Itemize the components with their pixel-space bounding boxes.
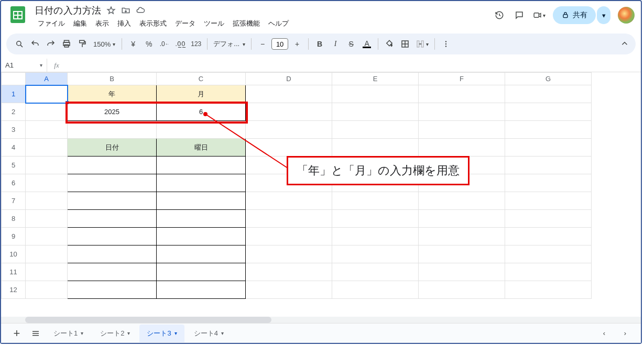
search-menus-icon[interactable] bbox=[13, 37, 26, 51]
cell-C4[interactable]: 曜日 bbox=[157, 139, 246, 157]
menu-file[interactable]: ファイル bbox=[35, 18, 68, 29]
cell-A4[interactable] bbox=[26, 139, 68, 157]
cell-F4[interactable] bbox=[419, 139, 505, 157]
spreadsheet-grid[interactable]: A B C D E F G 1年月22025634日付曜日56789101112 bbox=[1, 72, 592, 299]
formula-input[interactable] bbox=[66, 59, 641, 72]
cell-C11[interactable] bbox=[157, 263, 246, 281]
merge-cells-icon[interactable]: ▾ bbox=[414, 37, 430, 51]
strikethrough-icon[interactable]: S bbox=[344, 37, 358, 51]
cell-E12[interactable] bbox=[332, 281, 419, 299]
share-button[interactable]: 共有 bbox=[553, 6, 596, 24]
cell-G10[interactable] bbox=[505, 245, 592, 263]
cell-B10[interactable] bbox=[68, 245, 157, 263]
row-header-1[interactable]: 1 bbox=[2, 85, 26, 103]
cell-F12[interactable] bbox=[419, 281, 505, 299]
row-header-3[interactable]: 3 bbox=[2, 121, 26, 139]
cell-F2[interactable] bbox=[419, 103, 505, 121]
cell-D7[interactable] bbox=[246, 192, 332, 210]
cell-A10[interactable] bbox=[26, 245, 68, 263]
col-header-F[interactable]: F bbox=[419, 73, 505, 85]
name-box[interactable]: A1▾ bbox=[1, 59, 47, 72]
tab-sheet4[interactable]: シート4▾ bbox=[187, 325, 231, 342]
decrease-font-size[interactable]: − bbox=[256, 37, 269, 51]
cell-C9[interactable] bbox=[157, 228, 246, 245]
cell-C8[interactable] bbox=[157, 210, 246, 228]
account-avatar[interactable] bbox=[618, 7, 635, 24]
cell-B3[interactable] bbox=[68, 121, 157, 139]
row-header-9[interactable]: 9 bbox=[2, 228, 26, 245]
cell-F10[interactable] bbox=[419, 245, 505, 263]
cell-E3[interactable] bbox=[332, 121, 419, 139]
cell-G8[interactable] bbox=[505, 210, 592, 228]
print-icon[interactable] bbox=[60, 37, 73, 51]
decrease-decimal[interactable]: .0← bbox=[158, 37, 171, 51]
cell-D8[interactable] bbox=[246, 210, 332, 228]
menu-format[interactable]: 表示形式 bbox=[136, 18, 170, 29]
row-header-4[interactable]: 4 bbox=[2, 139, 26, 157]
cell-B11[interactable] bbox=[68, 263, 157, 281]
menu-extensions[interactable]: 拡張機能 bbox=[230, 18, 263, 29]
cloud-status-icon[interactable] bbox=[136, 6, 145, 15]
row-header-2[interactable]: 2 bbox=[2, 103, 26, 121]
cell-F7[interactable] bbox=[419, 192, 505, 210]
tab-sheet1[interactable]: シート1▾ bbox=[46, 325, 91, 342]
cell-A11[interactable] bbox=[26, 263, 68, 281]
col-header-D[interactable]: D bbox=[246, 73, 332, 85]
cell-E4[interactable] bbox=[332, 139, 419, 157]
text-color-icon[interactable]: A bbox=[360, 37, 374, 51]
menu-edit[interactable]: 編集 bbox=[70, 18, 90, 29]
cell-G4[interactable] bbox=[505, 139, 592, 157]
font-family-select[interactable]: デフォ...▾ bbox=[212, 37, 247, 51]
cell-A12[interactable] bbox=[26, 281, 68, 299]
cell-C5[interactable] bbox=[157, 157, 246, 174]
menu-tools[interactable]: ツール bbox=[201, 18, 227, 29]
tab-sheet2[interactable]: シート2▾ bbox=[93, 325, 137, 342]
cell-E10[interactable] bbox=[332, 245, 419, 263]
cell-A2[interactable] bbox=[26, 103, 68, 121]
more-formats[interactable]: 123 bbox=[189, 37, 203, 51]
cell-B7[interactable] bbox=[68, 192, 157, 210]
cell-C2[interactable]: 6 bbox=[157, 103, 246, 121]
row-header-8[interactable]: 8 bbox=[2, 210, 26, 228]
cell-D2[interactable] bbox=[246, 103, 332, 121]
col-header-B[interactable]: B bbox=[68, 73, 157, 85]
increase-decimal[interactable]: .0̲0̲ bbox=[173, 37, 187, 51]
cell-A3[interactable] bbox=[26, 121, 68, 139]
cell-B1[interactable]: 年 bbox=[68, 85, 157, 103]
more-toolbar-icon[interactable] bbox=[439, 37, 453, 51]
cell-B8[interactable] bbox=[68, 210, 157, 228]
row-header-5[interactable]: 5 bbox=[2, 157, 26, 174]
row-header-11[interactable]: 11 bbox=[2, 263, 26, 281]
col-header-C[interactable]: C bbox=[157, 73, 246, 85]
col-header-E[interactable]: E bbox=[332, 73, 419, 85]
cell-C7[interactable] bbox=[157, 192, 246, 210]
cell-A5[interactable] bbox=[26, 157, 68, 174]
col-header-A[interactable]: A bbox=[26, 73, 68, 85]
format-currency[interactable]: ¥ bbox=[126, 37, 140, 51]
cell-G3[interactable] bbox=[505, 121, 592, 139]
menu-data[interactable]: データ bbox=[172, 18, 199, 29]
row-header-12[interactable]: 12 bbox=[2, 281, 26, 299]
format-percent[interactable]: % bbox=[142, 37, 156, 51]
cell-C6[interactable] bbox=[157, 174, 246, 192]
row-header-10[interactable]: 10 bbox=[2, 245, 26, 263]
row-header-6[interactable]: 6 bbox=[2, 174, 26, 192]
italic-icon[interactable]: I bbox=[329, 37, 342, 51]
cell-E8[interactable] bbox=[332, 210, 419, 228]
all-sheets-icon[interactable] bbox=[27, 325, 44, 342]
cell-D4[interactable] bbox=[246, 139, 332, 157]
tab-scroll-left-icon[interactable]: ‹ bbox=[596, 325, 613, 342]
cell-B12[interactable] bbox=[68, 281, 157, 299]
cell-B6[interactable] bbox=[68, 174, 157, 192]
history-icon[interactable] bbox=[493, 9, 506, 21]
collapse-toolbar-icon[interactable] bbox=[620, 39, 629, 50]
cell-C10[interactable] bbox=[157, 245, 246, 263]
cell-B5[interactable] bbox=[68, 157, 157, 174]
meet-icon[interactable]: ▾ bbox=[533, 9, 545, 21]
cell-G12[interactable] bbox=[505, 281, 592, 299]
cell-F8[interactable] bbox=[419, 210, 505, 228]
cell-E11[interactable] bbox=[332, 263, 419, 281]
cell-A1[interactable] bbox=[26, 85, 68, 103]
share-dropdown[interactable]: ▾ bbox=[597, 6, 610, 24]
cell-B9[interactable] bbox=[68, 228, 157, 245]
